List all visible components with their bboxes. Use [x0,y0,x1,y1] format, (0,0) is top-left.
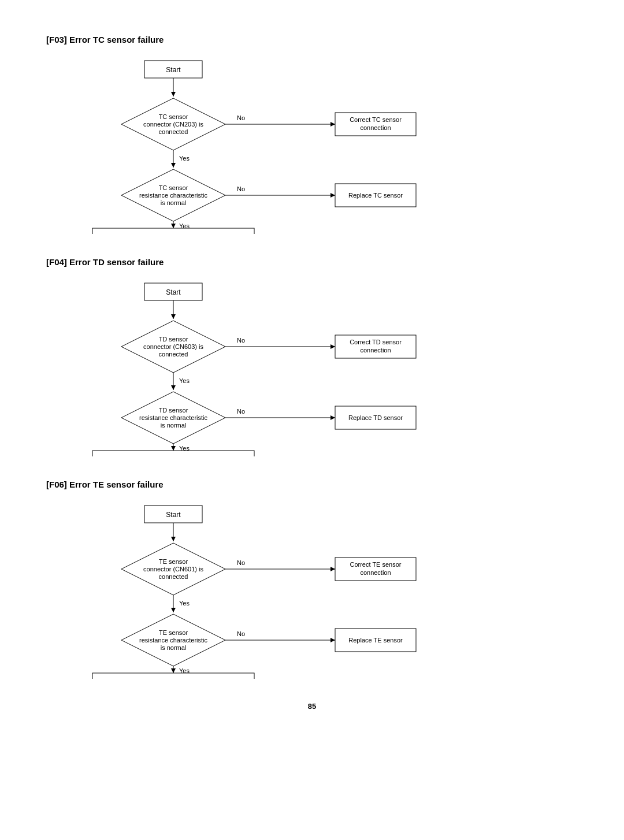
svg-text:resistance characteristic: resistance characteristic [139,192,207,199]
svg-text:No: No [237,630,245,637]
svg-marker-71 [330,567,335,571]
svg-text:No: No [237,559,245,566]
flowchart-f06: Start TE sensor connector (CN601) is con… [46,500,520,679]
svg-marker-9 [330,122,335,127]
svg-marker-15 [171,163,176,168]
svg-text:Correct TD sensor: Correct TD sensor [350,339,402,345]
section-f04-title: [F04] Error TD sensor failure [46,257,578,267]
svg-text:resistance characteristic: resistance characteristic [139,414,207,421]
svg-text:connection: connection [360,569,391,576]
svg-text:Correct TC sensor: Correct TC sensor [350,116,402,123]
svg-marker-89 [171,668,176,673]
svg-text:TC sensor: TC sensor [159,113,188,120]
section-f06: [F06] Error TE sensor failure Start TE s… [46,480,578,679]
svg-text:Yes: Yes [179,600,190,607]
svg-text:No: No [237,185,245,192]
svg-text:Replace TE sensor: Replace TE sensor [348,637,403,644]
flowchart-f03: Start TC sensor connector (CN203) is con… [46,55,520,234]
svg-text:resistance characteristic: resistance characteristic [139,637,207,644]
svg-rect-60 [92,451,254,456]
svg-rect-91 [92,673,254,679]
section-f03: [F03] Error TC sensor failure Start TC s… [46,35,578,234]
section-f03-title: [F03] Error TC sensor failure [46,35,578,44]
svg-marker-58 [171,446,176,451]
svg-marker-3 [171,92,176,96]
svg-text:is normal: is normal [161,422,187,429]
svg-text:TD sensor: TD sensor [159,336,188,343]
svg-text:No: No [237,114,245,121]
svg-text:Replace TD sensor: Replace TD sensor [348,414,403,421]
svg-text:Start: Start [166,66,181,74]
svg-text:connected: connected [159,128,188,135]
svg-text:No: No [237,408,245,415]
svg-text:No: No [237,337,245,344]
svg-text:connector (CN203) is: connector (CN203) is [143,121,203,128]
svg-text:TE sensor: TE sensor [159,558,188,565]
svg-text:connector (CN601) is: connector (CN601) is [143,566,203,573]
svg-text:Replace TC sensor: Replace TC sensor [348,192,403,199]
svg-rect-29 [92,228,254,234]
svg-marker-53 [330,415,335,420]
section-f04: [F04] Error TD sensor failure Start TD s… [46,257,578,456]
page: [F03] Error TC sensor failure Start TC s… [0,0,624,745]
svg-text:is normal: is normal [161,644,187,651]
svg-text:TE sensor: TE sensor [159,629,188,636]
svg-text:Correct TE sensor: Correct TE sensor [350,561,401,568]
svg-marker-27 [171,224,176,228]
svg-text:connected: connected [159,351,188,358]
svg-text:connection: connection [360,347,391,354]
page-number: 85 [46,702,578,711]
svg-text:is normal: is normal [161,199,187,206]
svg-marker-40 [330,344,335,349]
svg-text:connected: connected [159,573,188,580]
flowchart-f04: Start TD sensor connector (CN603) is con… [46,277,520,456]
svg-text:connector (CN603) is: connector (CN603) is [143,343,203,350]
svg-text:Start: Start [166,288,181,296]
svg-marker-46 [171,385,176,390]
svg-marker-77 [171,608,176,612]
svg-text:TC sensor: TC sensor [159,184,188,191]
svg-marker-65 [171,537,176,541]
svg-marker-34 [171,314,176,319]
svg-text:connection: connection [360,124,391,131]
svg-text:TD sensor: TD sensor [159,407,188,414]
svg-text:Start: Start [166,511,181,519]
svg-marker-22 [330,193,335,198]
section-f06-title: [F06] Error TE sensor failure [46,480,578,489]
svg-text:Yes: Yes [179,155,190,162]
svg-marker-84 [330,638,335,642]
svg-text:Yes: Yes [179,377,190,384]
